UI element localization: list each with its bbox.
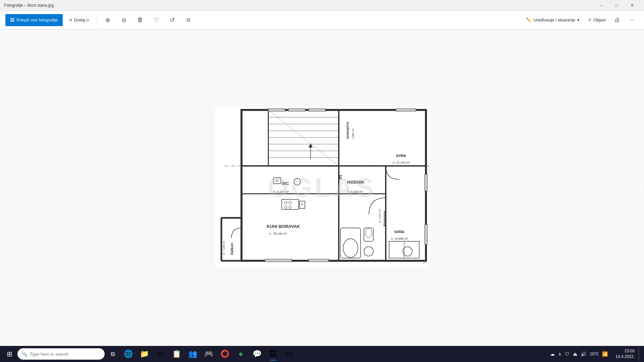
svg-text:kupaona: kupaona: [382, 211, 386, 226]
print-icon: 🖨: [614, 16, 620, 23]
svg-text:2,860 m²: 2,860 m²: [352, 128, 355, 139]
svg-text:balkon: balkon: [230, 243, 234, 255]
delete-button[interactable]: 🗑: [133, 13, 147, 27]
svg-rect-62: [425, 225, 427, 245]
taskbar-app-opera[interactable]: ⭕: [217, 347, 232, 361]
svg-text:F: F: [301, 203, 303, 206]
zoom-in-button[interactable]: ⊕: [101, 13, 115, 27]
window-controls: – □ ✕: [594, 0, 640, 11]
volume-icon[interactable]: 🔊: [580, 351, 587, 357]
taskbar-app-gallery[interactable]: 🗃: [282, 347, 297, 361]
favorite-button[interactable]: ♡: [150, 13, 163, 27]
maximize-button[interactable]: □: [609, 0, 625, 11]
svg-text:A: 6,020 m²: A: 6,020 m²: [347, 190, 363, 193]
search-input[interactable]: [30, 352, 101, 357]
svg-text:A:: A:: [269, 232, 272, 235]
security-icon[interactable]: 🛡: [564, 351, 571, 357]
edit-icon: ✏️: [526, 17, 531, 22]
svg-text:A: 7,017 m²: A: 7,017 m²: [378, 209, 381, 223]
usb-icon[interactable]: ⏏: [572, 351, 578, 357]
explorer-icon: 📁: [140, 350, 149, 358]
chevron-down-icon: ▾: [577, 17, 580, 22]
taskbar-clock[interactable]: 23:03 14.4.2022.: [613, 348, 637, 360]
svg-rect-63: [265, 259, 292, 262]
expand-icon[interactable]: ↗: [422, 259, 427, 265]
svg-rect-57: [268, 109, 285, 111]
time-display: 23:03: [615, 348, 635, 354]
taskbar-app-chrome[interactable]: ●: [233, 347, 248, 361]
svg-rect-0: [215, 107, 429, 268]
svg-text:HODNIK: HODNIK: [347, 180, 365, 185]
share-button[interactable]: ↗ Objavi: [584, 14, 609, 26]
crop-icon: ⧉: [186, 17, 190, 23]
svg-rect-59: [309, 109, 325, 111]
photos-icon-taskbar: 🖼: [269, 350, 277, 358]
photos-icon: 🖼: [10, 17, 14, 22]
task-view-icon: ⧉: [111, 351, 115, 358]
cloud-icon[interactable]: ☁: [549, 351, 556, 357]
svg-text:SPREMIŠTE: SPREMIŠTE: [346, 122, 350, 139]
chrome-icon: ●: [238, 350, 243, 358]
svg-rect-61: [425, 174, 427, 191]
mail-icon: ✉: [157, 350, 163, 358]
svg-rect-60: [396, 109, 416, 111]
taskbar-app-photos[interactable]: 🖼: [266, 347, 280, 361]
svg-text:A: 14,896 m²: A: 14,896 m²: [391, 237, 408, 240]
svg-rect-64: [309, 259, 329, 262]
zoom-in-icon: ⊕: [105, 16, 110, 24]
teams-icon: 👥: [188, 350, 197, 358]
more-icon: ···: [629, 16, 634, 23]
svg-text:soba: soba: [396, 153, 406, 158]
svg-text:E: E: [339, 175, 342, 180]
floorplan-svg: WC A: 4,197 m² HODNIK A: 6,020 m² E soba…: [215, 107, 429, 268]
window-title: Fotografije – tlocrt stana.jpg: [4, 3, 54, 8]
share-icon: ↗: [588, 17, 591, 22]
add-icon: +: [69, 17, 72, 23]
taskbar-search[interactable]: 🔍: [17, 348, 105, 360]
rotate-button[interactable]: ↺: [166, 13, 179, 27]
show-desktop-button[interactable]: [639, 347, 641, 361]
print-button[interactable]: 🖨: [610, 13, 624, 27]
up-arrow-icon[interactable]: ∧: [557, 351, 562, 357]
taskbar-app-teams[interactable]: 👥: [185, 347, 200, 361]
taskbar-app-devtools[interactable]: 📋: [169, 347, 184, 361]
close-button[interactable]: ✕: [625, 0, 640, 11]
titlebar: Fotografije – tlocrt stana.jpg – □ ✕: [0, 0, 644, 11]
floorplan-image: OGLAS: [215, 107, 429, 268]
steam-icon: 🎮: [204, 350, 213, 358]
taskbar-app-edge[interactable]: 🌐: [121, 347, 136, 361]
date-display: 14.4.2022.: [615, 354, 635, 360]
task-view-button[interactable]: ⧉: [106, 347, 119, 361]
temperature-icon: 10°C: [589, 351, 600, 357]
devtools-icon: 📋: [172, 350, 181, 358]
system-tray: ☁ ∧ 🛡 ⏏ 🔊 10°C 📶: [546, 351, 611, 357]
start-button[interactable]: ⊞: [3, 347, 16, 361]
more-button[interactable]: ···: [625, 13, 639, 27]
svg-text:A: 4,197 m²: A: 4,197 m²: [273, 190, 289, 193]
svg-text:KUHI BORAVAK: KUHI BORAVAK: [267, 224, 300, 229]
heart-icon: ♡: [154, 16, 159, 24]
edit-button[interactable]: ✏️ Uređivanje i stvaranje ▾: [523, 14, 583, 26]
svg-text:WC: WC: [282, 181, 289, 186]
svg-text:28,196 m²: 28,196 m²: [273, 232, 287, 235]
toolbar: 🖼 Prikaži sve fotografije + Dodaj u ⊕ ⊖ …: [0, 11, 644, 29]
minimize-button[interactable]: –: [594, 0, 609, 11]
taskbar-app-steam[interactable]: 🎮: [201, 347, 216, 361]
taskbar: ⊞ 🔍 ⧉ 🌐 📁 ✉ 📋 👥 🎮 ⭕ ● 💬 🖼 🗃: [0, 346, 644, 362]
edge-icon: 🌐: [124, 350, 133, 358]
svg-text:A: 7,284 m²: A: 7,284 m²: [222, 241, 225, 255]
taskbar-app-whatsapp[interactable]: 💬: [250, 347, 264, 361]
show-all-button[interactable]: 🖼 Prikaži sve fotografije: [5, 14, 63, 26]
add-button[interactable]: + Dodaj u: [65, 14, 93, 26]
zoom-out-icon: ⊖: [121, 16, 126, 24]
svg-text:A: 12,155 m²: A: 12,155 m²: [392, 161, 410, 164]
rotate-icon: ↺: [170, 16, 175, 24]
taskbar-app-explorer[interactable]: 📁: [137, 347, 152, 361]
whatsapp-icon: 💬: [253, 350, 262, 358]
gallery-icon: 🗃: [285, 350, 293, 358]
network-icon[interactable]: 📶: [601, 351, 609, 357]
taskbar-app-mail[interactable]: ✉: [153, 347, 168, 361]
toolbar-right: ✏️ Uređivanje i stvaranje ▾ ↗ Objavi 🖨 ·…: [523, 13, 639, 27]
crop-button[interactable]: ⧉: [182, 13, 195, 27]
zoom-out-button[interactable]: ⊖: [117, 13, 131, 27]
